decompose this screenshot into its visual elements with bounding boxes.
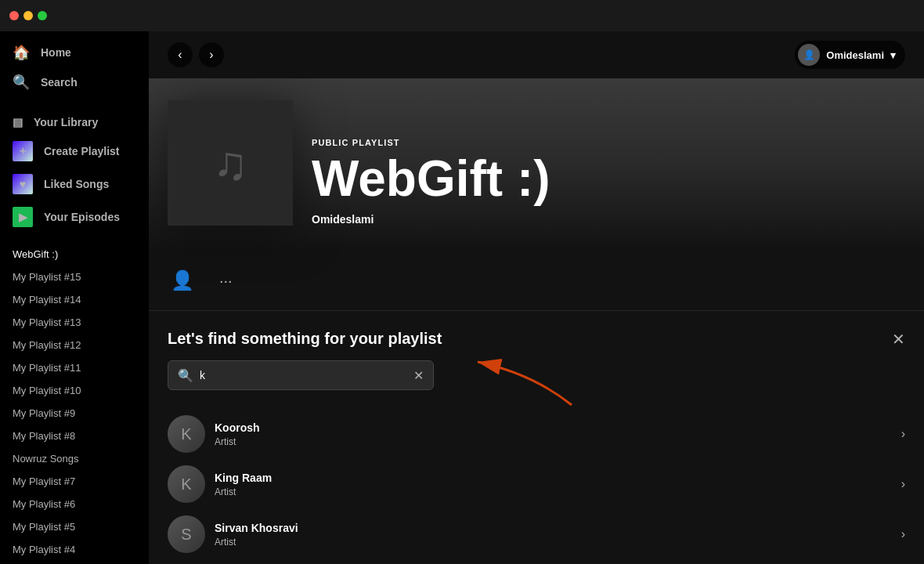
result-sub-sirvan: Artist: [215, 537, 889, 548]
minimize-button[interactable]: [23, 11, 33, 20]
result-avatar-king-raam: K: [168, 465, 205, 503]
results-list: K Koorosh Artist › K King Raam Artist ›: [149, 409, 924, 564]
sidebar: 🏠 Home 🔍 Search ▤ Your Library ＋ Create …: [0, 31, 149, 564]
result-info-koorosh: Koorosh Artist: [215, 421, 889, 447]
result-item-king-raam[interactable]: K King Raam Artist ›: [149, 459, 924, 509]
playlist-cover: ♫: [168, 100, 293, 226]
playlist-item-p10[interactable]: My Playlist #10: [0, 379, 149, 402]
playlist-item-p11[interactable]: My Playlist #11: [0, 356, 149, 379]
playlist-item-p7[interactable]: My Playlist #7: [0, 470, 149, 493]
playlist-item-p15[interactable]: My Playlist #15: [0, 266, 149, 288]
main-content: ‹ › 👤 Omideslami ▾ ♫ PUBLIC PLAYLIST: [149, 31, 924, 564]
result-sub-koorosh: Artist: [215, 436, 889, 447]
forward-icon: ›: [209, 48, 213, 62]
nav-arrows: ‹ ›: [168, 42, 224, 67]
add-friend-button[interactable]: 👤: [168, 266, 197, 295]
playlist-item-p14[interactable]: My Playlist #14: [0, 288, 149, 311]
search-heading: Let's find something for your playlist: [168, 330, 905, 348]
action-bar: 👤 ···: [149, 251, 924, 311]
search-icon: 🔍: [13, 74, 30, 91]
sirvan-avatar-placeholder: S: [168, 515, 205, 553]
result-info-sirvan: Sirvan Khosravi Artist: [215, 522, 889, 548]
chevron-down-icon: ▾: [890, 49, 896, 61]
maximize-button[interactable]: [38, 11, 47, 20]
playlist-item-p12[interactable]: My Playlist #12: [0, 334, 149, 356]
clear-icon: ✕: [413, 369, 424, 382]
your-episodes-item[interactable]: ▶ Your Episodes: [0, 201, 149, 233]
create-playlist-item[interactable]: ＋ Create Playlist: [0, 135, 149, 168]
your-library-item[interactable]: ▤ Your Library: [0, 110, 149, 135]
create-playlist-icon: ＋: [13, 141, 33, 161]
nav-section: 🏠 Home 🔍 Search: [0, 31, 149, 103]
topbar: ‹ › 👤 Omideslami ▾: [149, 31, 924, 78]
search-bar-icon: 🔍: [178, 368, 193, 383]
playlist-type-label: PUBLIC PLAYLIST: [312, 138, 905, 147]
liked-songs-icon: ♥: [13, 174, 33, 194]
forward-button[interactable]: ›: [199, 42, 224, 67]
home-icon: 🏠: [13, 44, 30, 61]
result-arrow-koorosh: ›: [901, 427, 905, 441]
koorosh-avatar-placeholder: K: [168, 415, 205, 453]
playlist-item-p6[interactable]: My Playlist #6: [0, 493, 149, 515]
app-body: 🏠 Home 🔍 Search ▤ Your Library ＋ Create …: [0, 31, 924, 564]
result-info-king-raam: King Raam Artist: [215, 472, 889, 497]
playlist-item-p4[interactable]: My Playlist #4: [0, 538, 149, 561]
clear-search-button[interactable]: ✕: [413, 368, 424, 383]
user-avatar-icon: 👤: [803, 49, 815, 60]
playlist-item-p13[interactable]: My Playlist #13: [0, 311, 149, 334]
playlist-owner: Omideslami: [312, 213, 905, 226]
result-item-sirvan[interactable]: S Sirvan Khosravi Artist ›: [149, 509, 924, 559]
liked-songs-label: Liked Songs: [44, 178, 109, 190]
user-avatar: 👤: [798, 44, 820, 66]
search-bar: 🔍 ✕: [168, 360, 434, 390]
result-item-koorosh[interactable]: K Koorosh Artist ›: [149, 409, 924, 459]
add-friend-icon: 👤: [171, 269, 194, 291]
traffic-lights: [9, 11, 47, 20]
result-avatar-sirvan: S: [168, 515, 205, 553]
result-name-king-raam: King Raam: [215, 472, 889, 484]
more-options-button[interactable]: ···: [216, 269, 236, 293]
result-sub-king-raam: Artist: [215, 486, 889, 497]
king-raam-avatar-placeholder: K: [168, 465, 205, 503]
search-section: Let's find something for your playlist 🔍…: [149, 311, 924, 409]
result-name-sirvan: Sirvan Khosravi: [215, 522, 889, 534]
result-name-koorosh: Koorosh: [215, 421, 889, 434]
sidebar-item-home[interactable]: 🏠 Home: [0, 38, 149, 67]
home-label: Home: [41, 46, 71, 59]
your-episodes-icon: ▶: [13, 207, 33, 227]
playlist-item-webgift[interactable]: WebGift :): [0, 243, 149, 266]
result-item-kalagheh[interactable]: K Kalagheh Domsiah Shohreh Shohreh Mix A…: [149, 559, 924, 564]
back-button[interactable]: ‹: [168, 42, 193, 67]
search-input[interactable]: [200, 361, 413, 389]
playlist-item-p5[interactable]: My Playlist #5: [0, 515, 149, 538]
hero-section: ♫ PUBLIC PLAYLIST WebGift :) Omideslami: [149, 78, 924, 251]
titlebar: [0, 0, 924, 31]
back-icon: ‹: [178, 48, 182, 62]
result-avatar-koorosh: K: [168, 415, 205, 453]
close-button[interactable]: [9, 11, 19, 20]
close-icon: ✕: [892, 331, 905, 348]
hero-info: PUBLIC PLAYLIST WebGift :) Omideslami: [312, 138, 905, 226]
create-playlist-label: Create Playlist: [44, 145, 120, 157]
library-icon: ▤: [13, 116, 23, 128]
sidebar-item-search[interactable]: 🔍 Search: [0, 67, 149, 97]
playlist-item-nowruz[interactable]: Nowruz Songs: [0, 447, 149, 470]
playlist-item-p3[interactable]: My Playlist #3: [0, 561, 149, 564]
close-search-button[interactable]: ✕: [892, 330, 905, 349]
playlist-title: WebGift :): [312, 154, 905, 204]
playlist-item-p8[interactable]: My Playlist #8: [0, 425, 149, 447]
more-dots-icon: ···: [219, 272, 233, 290]
result-arrow-king-raam: ›: [901, 477, 905, 491]
result-arrow-sirvan: ›: [901, 527, 905, 541]
user-menu-button[interactable]: 👤 Omideslami ▾: [795, 41, 905, 69]
search-label: Search: [41, 76, 78, 89]
library-label: Your Library: [34, 116, 98, 128]
playlist-list: WebGift :) My Playlist #15 My Playlist #…: [0, 240, 149, 564]
liked-songs-item[interactable]: ♥ Liked Songs: [0, 168, 149, 201]
music-note-icon: ♫: [213, 136, 248, 190]
user-name: Omideslami: [826, 49, 884, 61]
your-episodes-label: Your Episodes: [44, 211, 120, 223]
playlist-item-p9[interactable]: My Playlist #9: [0, 402, 149, 425]
